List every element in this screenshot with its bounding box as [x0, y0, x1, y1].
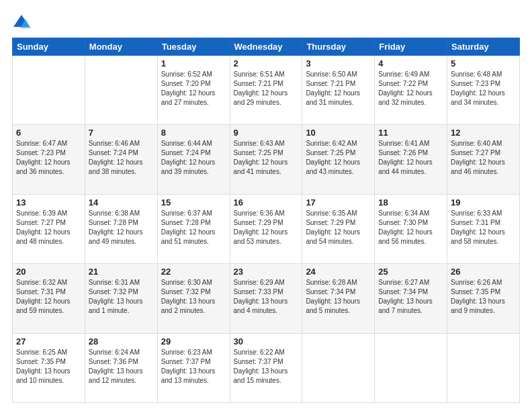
day-info: Sunrise: 6:44 AM Sunset: 7:24 PM Dayligh… [161, 139, 226, 177]
day-info: Sunrise: 6:42 AM Sunset: 7:25 PM Dayligh… [306, 139, 371, 177]
calendar-cell: 2Sunrise: 6:51 AM Sunset: 7:21 PM Daylig… [230, 56, 302, 125]
day-info: Sunrise: 6:27 AM Sunset: 7:34 PM Dayligh… [378, 278, 443, 316]
day-number: 4 [378, 58, 443, 68]
day-number: 26 [451, 267, 516, 277]
day-number: 29 [161, 336, 226, 347]
day-number: 9 [234, 128, 299, 138]
calendar-cell: 15Sunrise: 6:37 AM Sunset: 7:28 PM Dayli… [157, 194, 230, 263]
calendar-cell: 23Sunrise: 6:29 AM Sunset: 7:33 PM Dayli… [230, 264, 302, 333]
calendar-cell: 25Sunrise: 6:27 AM Sunset: 7:34 PM Dayli… [375, 264, 447, 333]
page: SundayMondayTuesdayWednesdayThursdayFrid… [0, 0, 532, 411]
calendar-cell: 5Sunrise: 6:48 AM Sunset: 7:23 PM Daylig… [447, 56, 520, 125]
day-number: 15 [161, 197, 226, 208]
day-number: 20 [16, 267, 81, 277]
logo [12, 12, 34, 31]
day-number: 11 [378, 128, 443, 138]
calendar-cell: 8Sunrise: 6:44 AM Sunset: 7:24 PM Daylig… [157, 125, 230, 194]
calendar-cell: 18Sunrise: 6:34 AM Sunset: 7:30 PM Dayli… [375, 194, 447, 263]
day-info: Sunrise: 6:24 AM Sunset: 7:36 PM Dayligh… [89, 348, 154, 385]
calendar-cell: 30Sunrise: 6:22 AM Sunset: 7:37 PM Dayli… [230, 333, 302, 402]
calendar-cell: 10Sunrise: 6:42 AM Sunset: 7:25 PM Dayli… [302, 125, 375, 194]
calendar-cell: 28Sunrise: 6:24 AM Sunset: 7:36 PM Dayli… [85, 333, 157, 402]
day-info: Sunrise: 6:33 AM Sunset: 7:31 PM Dayligh… [451, 209, 516, 246]
day-number: 8 [161, 128, 226, 138]
calendar-cell: 20Sunrise: 6:32 AM Sunset: 7:31 PM Dayli… [13, 264, 85, 333]
calendar-cell: 17Sunrise: 6:35 AM Sunset: 7:29 PM Dayli… [302, 194, 375, 263]
calendar-cell: 21Sunrise: 6:31 AM Sunset: 7:32 PM Dayli… [85, 264, 157, 333]
calendar-header-tuesday: Tuesday [157, 38, 230, 56]
calendar-cell: 6Sunrise: 6:47 AM Sunset: 7:23 PM Daylig… [13, 125, 85, 194]
calendar-cell: 27Sunrise: 6:25 AM Sunset: 7:35 PM Dayli… [13, 333, 85, 402]
calendar-cell: 16Sunrise: 6:36 AM Sunset: 7:29 PM Dayli… [230, 194, 302, 263]
day-info: Sunrise: 6:29 AM Sunset: 7:33 PM Dayligh… [234, 278, 299, 316]
day-info: Sunrise: 6:32 AM Sunset: 7:31 PM Dayligh… [16, 278, 81, 316]
day-info: Sunrise: 6:43 AM Sunset: 7:25 PM Dayligh… [234, 139, 299, 177]
calendar-cell: 7Sunrise: 6:46 AM Sunset: 7:24 PM Daylig… [85, 125, 157, 194]
day-number: 6 [16, 128, 81, 138]
calendar-cell: 26Sunrise: 6:26 AM Sunset: 7:35 PM Dayli… [447, 264, 520, 333]
day-number: 16 [234, 197, 299, 208]
day-info: Sunrise: 6:25 AM Sunset: 7:35 PM Dayligh… [16, 348, 81, 385]
calendar-cell: 29Sunrise: 6:23 AM Sunset: 7:37 PM Dayli… [157, 333, 230, 402]
calendar-table: SundayMondayTuesdayWednesdayThursdayFrid… [12, 38, 520, 403]
calendar-week-1: 1Sunrise: 6:52 AM Sunset: 7:20 PM Daylig… [13, 56, 520, 125]
day-info: Sunrise: 6:22 AM Sunset: 7:37 PM Dayligh… [234, 348, 299, 385]
day-info: Sunrise: 6:23 AM Sunset: 7:37 PM Dayligh… [161, 348, 226, 385]
day-number: 10 [306, 128, 371, 138]
calendar-cell [13, 56, 85, 125]
calendar-cell: 22Sunrise: 6:30 AM Sunset: 7:32 PM Dayli… [157, 264, 230, 333]
day-number: 13 [16, 197, 81, 208]
day-info: Sunrise: 6:49 AM Sunset: 7:22 PM Dayligh… [378, 70, 443, 107]
day-info: Sunrise: 6:52 AM Sunset: 7:20 PM Dayligh… [161, 70, 226, 107]
day-number: 21 [89, 267, 154, 277]
calendar-cell: 13Sunrise: 6:39 AM Sunset: 7:27 PM Dayli… [13, 194, 85, 263]
day-number: 27 [16, 336, 81, 347]
calendar-header-row: SundayMondayTuesdayWednesdayThursdayFrid… [13, 38, 520, 56]
day-info: Sunrise: 6:47 AM Sunset: 7:23 PM Dayligh… [16, 139, 81, 177]
day-info: Sunrise: 6:30 AM Sunset: 7:32 PM Dayligh… [161, 278, 226, 316]
calendar-cell: 11Sunrise: 6:41 AM Sunset: 7:26 PM Dayli… [375, 125, 447, 194]
calendar-header-friday: Friday [375, 38, 447, 56]
calendar-week-3: 13Sunrise: 6:39 AM Sunset: 7:27 PM Dayli… [13, 194, 520, 263]
day-number: 5 [451, 58, 516, 68]
day-number: 3 [306, 58, 371, 68]
day-number: 24 [306, 267, 371, 277]
day-info: Sunrise: 6:48 AM Sunset: 7:23 PM Dayligh… [451, 70, 516, 107]
day-number: 23 [234, 267, 299, 277]
day-info: Sunrise: 6:46 AM Sunset: 7:24 PM Dayligh… [89, 139, 154, 177]
calendar-cell [375, 333, 447, 402]
day-number: 2 [234, 58, 299, 68]
calendar-cell: 4Sunrise: 6:49 AM Sunset: 7:22 PM Daylig… [375, 56, 447, 125]
calendar-cell: 24Sunrise: 6:28 AM Sunset: 7:34 PM Dayli… [302, 264, 375, 333]
day-number: 17 [306, 197, 371, 208]
day-info: Sunrise: 6:50 AM Sunset: 7:21 PM Dayligh… [306, 70, 371, 107]
calendar-header-monday: Monday [85, 38, 157, 56]
calendar-header-sunday: Sunday [13, 38, 85, 56]
day-number: 22 [161, 267, 226, 277]
day-number: 18 [378, 197, 443, 208]
calendar-cell [447, 333, 520, 402]
day-info: Sunrise: 6:38 AM Sunset: 7:28 PM Dayligh… [89, 209, 154, 246]
calendar-cell: 19Sunrise: 6:33 AM Sunset: 7:31 PM Dayli… [447, 194, 520, 263]
day-info: Sunrise: 6:51 AM Sunset: 7:21 PM Dayligh… [234, 70, 299, 107]
day-number: 14 [89, 197, 154, 208]
day-info: Sunrise: 6:26 AM Sunset: 7:35 PM Dayligh… [451, 278, 516, 316]
calendar-week-5: 27Sunrise: 6:25 AM Sunset: 7:35 PM Dayli… [13, 333, 520, 402]
calendar-header-wednesday: Wednesday [230, 38, 302, 56]
day-info: Sunrise: 6:34 AM Sunset: 7:30 PM Dayligh… [378, 209, 443, 246]
calendar-cell: 9Sunrise: 6:43 AM Sunset: 7:25 PM Daylig… [230, 125, 302, 194]
calendar-cell: 1Sunrise: 6:52 AM Sunset: 7:20 PM Daylig… [157, 56, 230, 125]
day-info: Sunrise: 6:39 AM Sunset: 7:27 PM Dayligh… [16, 209, 81, 246]
calendar-cell [85, 56, 157, 125]
day-number: 12 [451, 128, 516, 138]
day-info: Sunrise: 6:28 AM Sunset: 7:34 PM Dayligh… [306, 278, 371, 316]
calendar-week-4: 20Sunrise: 6:32 AM Sunset: 7:31 PM Dayli… [13, 264, 520, 333]
day-info: Sunrise: 6:35 AM Sunset: 7:29 PM Dayligh… [306, 209, 371, 246]
day-info: Sunrise: 6:41 AM Sunset: 7:26 PM Dayligh… [378, 139, 443, 177]
day-info: Sunrise: 6:40 AM Sunset: 7:27 PM Dayligh… [451, 139, 516, 177]
calendar-week-2: 6Sunrise: 6:47 AM Sunset: 7:23 PM Daylig… [13, 125, 520, 194]
day-number: 28 [89, 336, 154, 347]
calendar-cell: 14Sunrise: 6:38 AM Sunset: 7:28 PM Dayli… [85, 194, 157, 263]
calendar-header-thursday: Thursday [302, 38, 375, 56]
day-info: Sunrise: 6:36 AM Sunset: 7:29 PM Dayligh… [234, 209, 299, 246]
